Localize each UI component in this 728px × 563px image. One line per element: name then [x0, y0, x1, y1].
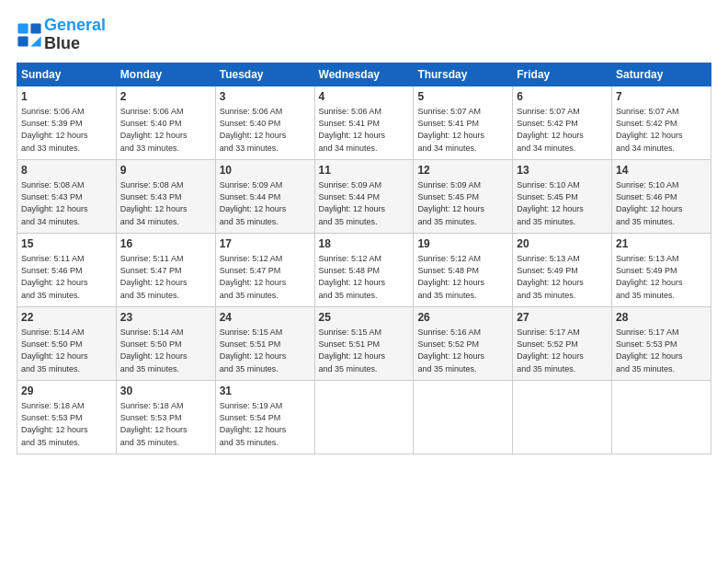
- day-info: Sunrise: 5:10 AM Sunset: 5:46 PM Dayligh…: [616, 179, 707, 227]
- calendar-cell: 16Sunrise: 5:11 AM Sunset: 5:47 PM Dayli…: [116, 233, 215, 306]
- calendar-cell: 29Sunrise: 5:18 AM Sunset: 5:53 PM Dayli…: [17, 380, 117, 454]
- day-number: 31: [220, 384, 311, 399]
- day-info: Sunrise: 5:10 AM Sunset: 5:45 PM Dayligh…: [517, 179, 608, 227]
- day-info: Sunrise: 5:19 AM Sunset: 5:54 PM Dayligh…: [220, 400, 311, 448]
- day-info: Sunrise: 5:09 AM Sunset: 5:45 PM Dayligh…: [417, 179, 508, 227]
- day-info: Sunrise: 5:06 AM Sunset: 5:40 PM Dayligh…: [220, 106, 311, 154]
- day-number: 21: [616, 236, 707, 252]
- calendar-cell: 23Sunrise: 5:14 AM Sunset: 5:50 PM Dayli…: [116, 306, 215, 380]
- day-number: 3: [220, 89, 311, 105]
- calendar-cell: 14Sunrise: 5:10 AM Sunset: 5:46 PM Dayli…: [612, 159, 711, 233]
- weekday-header: Saturday: [612, 63, 711, 86]
- day-info: Sunrise: 5:11 AM Sunset: 5:47 PM Dayligh…: [120, 253, 211, 301]
- day-number: 7: [616, 89, 707, 105]
- calendar-cell: 22Sunrise: 5:14 AM Sunset: 5:50 PM Dayli…: [17, 306, 117, 380]
- svg-marker-3: [30, 36, 40, 46]
- day-info: Sunrise: 5:13 AM Sunset: 5:49 PM Dayligh…: [517, 253, 608, 301]
- calendar-cell: 9Sunrise: 5:08 AM Sunset: 5:43 PM Daylig…: [116, 159, 215, 233]
- day-info: Sunrise: 5:08 AM Sunset: 5:43 PM Dayligh…: [21, 179, 112, 227]
- calendar-table: SundayMondayTuesdayWednesdayThursdayFrid…: [17, 63, 711, 454]
- calendar-week-row: 1Sunrise: 5:06 AM Sunset: 5:39 PM Daylig…: [17, 86, 711, 159]
- calendar-cell: 24Sunrise: 5:15 AM Sunset: 5:51 PM Dayli…: [215, 306, 314, 380]
- calendar-cell: 31Sunrise: 5:19 AM Sunset: 5:54 PM Dayli…: [215, 380, 314, 454]
- logo-text: General Blue: [44, 17, 106, 53]
- day-number: 12: [417, 163, 508, 178]
- day-number: 17: [220, 236, 311, 252]
- day-info: Sunrise: 5:09 AM Sunset: 5:44 PM Dayligh…: [220, 179, 311, 227]
- day-info: Sunrise: 5:06 AM Sunset: 5:40 PM Dayligh…: [120, 106, 211, 154]
- calendar-week-row: 8Sunrise: 5:08 AM Sunset: 5:43 PM Daylig…: [17, 159, 711, 233]
- calendar-cell: 12Sunrise: 5:09 AM Sunset: 5:45 PM Dayli…: [414, 159, 513, 233]
- day-info: Sunrise: 5:18 AM Sunset: 5:53 PM Dayligh…: [21, 400, 112, 448]
- calendar-cell: [513, 380, 612, 454]
- page: General Blue SundayMondayTuesdayWednesda…: [0, 0, 728, 563]
- weekday-header: Friday: [513, 63, 612, 86]
- day-number: 22: [21, 310, 112, 326]
- day-number: 20: [517, 236, 608, 252]
- day-info: Sunrise: 5:13 AM Sunset: 5:49 PM Dayligh…: [616, 253, 707, 301]
- day-number: 10: [220, 163, 311, 178]
- calendar-cell: [414, 380, 513, 454]
- day-info: Sunrise: 5:14 AM Sunset: 5:50 PM Dayligh…: [21, 327, 112, 374]
- svg-rect-2: [17, 36, 28, 46]
- calendar-cell: 15Sunrise: 5:11 AM Sunset: 5:46 PM Dayli…: [17, 233, 117, 306]
- day-number: 25: [319, 310, 410, 326]
- day-number: 15: [21, 236, 112, 252]
- day-info: Sunrise: 5:06 AM Sunset: 5:41 PM Dayligh…: [319, 106, 410, 154]
- logo: General Blue: [17, 17, 106, 53]
- calendar-cell: 6Sunrise: 5:07 AM Sunset: 5:42 PM Daylig…: [513, 86, 612, 159]
- calendar-cell: [314, 380, 414, 454]
- day-number: 19: [417, 236, 508, 252]
- day-info: Sunrise: 5:12 AM Sunset: 5:47 PM Dayligh…: [220, 253, 311, 301]
- calendar-cell: 27Sunrise: 5:17 AM Sunset: 5:52 PM Dayli…: [513, 306, 612, 380]
- calendar-week-row: 22Sunrise: 5:14 AM Sunset: 5:50 PM Dayli…: [17, 306, 711, 380]
- day-info: Sunrise: 5:07 AM Sunset: 5:42 PM Dayligh…: [517, 106, 608, 154]
- day-info: Sunrise: 5:07 AM Sunset: 5:42 PM Dayligh…: [616, 106, 707, 154]
- day-info: Sunrise: 5:11 AM Sunset: 5:46 PM Dayligh…: [21, 253, 112, 301]
- day-info: Sunrise: 5:17 AM Sunset: 5:53 PM Dayligh…: [616, 327, 707, 374]
- weekday-header: Monday: [116, 63, 215, 86]
- calendar-cell: 3Sunrise: 5:06 AM Sunset: 5:40 PM Daylig…: [215, 86, 314, 159]
- day-number: 26: [417, 310, 508, 326]
- day-number: 11: [319, 163, 410, 178]
- day-number: 23: [120, 310, 211, 326]
- calendar-week-row: 29Sunrise: 5:18 AM Sunset: 5:53 PM Dayli…: [17, 380, 711, 454]
- calendar-cell: 13Sunrise: 5:10 AM Sunset: 5:45 PM Dayli…: [513, 159, 612, 233]
- day-number: 13: [517, 163, 608, 178]
- day-info: Sunrise: 5:18 AM Sunset: 5:53 PM Dayligh…: [120, 400, 211, 448]
- day-number: 27: [517, 310, 608, 326]
- svg-rect-0: [17, 23, 28, 33]
- calendar-cell: 10Sunrise: 5:09 AM Sunset: 5:44 PM Dayli…: [215, 159, 314, 233]
- day-number: 8: [21, 163, 112, 178]
- day-number: 29: [21, 384, 112, 399]
- day-number: 6: [517, 89, 608, 105]
- day-info: Sunrise: 5:09 AM Sunset: 5:44 PM Dayligh…: [319, 179, 410, 227]
- calendar-cell: 26Sunrise: 5:16 AM Sunset: 5:52 PM Dayli…: [414, 306, 513, 380]
- day-number: 9: [120, 163, 211, 178]
- day-number: 1: [21, 89, 112, 105]
- logo-icon: [17, 22, 42, 48]
- day-number: 30: [120, 384, 211, 399]
- day-number: 16: [120, 236, 211, 252]
- day-info: Sunrise: 5:12 AM Sunset: 5:48 PM Dayligh…: [319, 253, 410, 301]
- day-number: 4: [319, 89, 410, 105]
- calendar-cell: 18Sunrise: 5:12 AM Sunset: 5:48 PM Dayli…: [314, 233, 414, 306]
- calendar-cell: 8Sunrise: 5:08 AM Sunset: 5:43 PM Daylig…: [17, 159, 117, 233]
- calendar-cell: 30Sunrise: 5:18 AM Sunset: 5:53 PM Dayli…: [116, 380, 215, 454]
- calendar-cell: [612, 380, 711, 454]
- calendar-cell: 1Sunrise: 5:06 AM Sunset: 5:39 PM Daylig…: [17, 86, 117, 159]
- calendar-header-row: SundayMondayTuesdayWednesdayThursdayFrid…: [17, 63, 711, 86]
- calendar-cell: 21Sunrise: 5:13 AM Sunset: 5:49 PM Dayli…: [612, 233, 711, 306]
- day-info: Sunrise: 5:07 AM Sunset: 5:41 PM Dayligh…: [417, 106, 508, 154]
- day-number: 28: [616, 310, 707, 326]
- day-info: Sunrise: 5:17 AM Sunset: 5:52 PM Dayligh…: [517, 327, 608, 374]
- calendar-cell: 28Sunrise: 5:17 AM Sunset: 5:53 PM Dayli…: [612, 306, 711, 380]
- calendar-cell: 2Sunrise: 5:06 AM Sunset: 5:40 PM Daylig…: [116, 86, 215, 159]
- calendar-cell: 25Sunrise: 5:15 AM Sunset: 5:51 PM Dayli…: [314, 306, 414, 380]
- header: General Blue: [17, 17, 711, 53]
- day-info: Sunrise: 5:15 AM Sunset: 5:51 PM Dayligh…: [319, 327, 410, 374]
- day-number: 18: [319, 236, 410, 252]
- calendar-cell: 11Sunrise: 5:09 AM Sunset: 5:44 PM Dayli…: [314, 159, 414, 233]
- day-info: Sunrise: 5:08 AM Sunset: 5:43 PM Dayligh…: [120, 179, 211, 227]
- day-info: Sunrise: 5:14 AM Sunset: 5:50 PM Dayligh…: [120, 327, 211, 374]
